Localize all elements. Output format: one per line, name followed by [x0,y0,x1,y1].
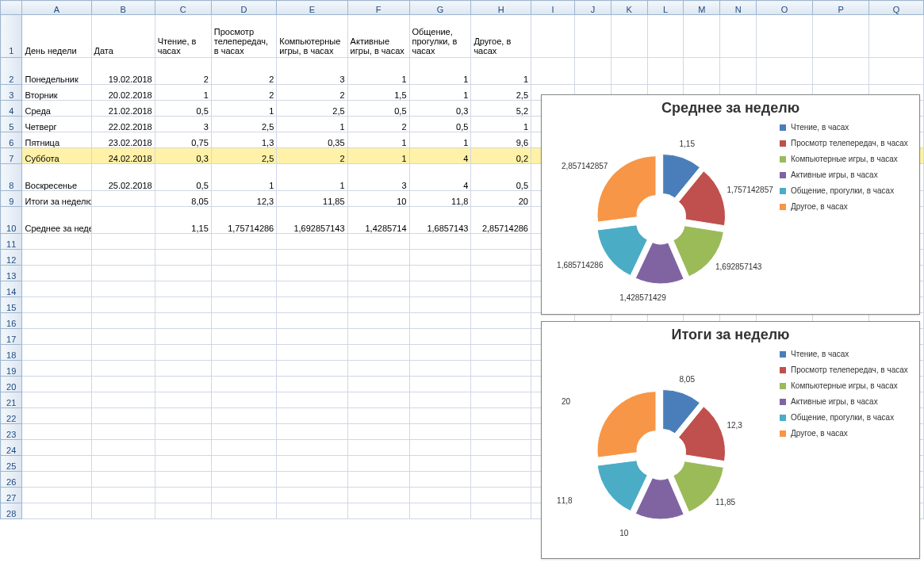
cell[interactable] [277,266,347,281]
cell[interactable] [347,329,409,345]
cell[interactable]: 1 [409,132,471,148]
cell[interactable]: Итоги за неделю [22,191,91,207]
cell[interactable] [91,377,155,392]
cell[interactable] [409,329,471,345]
cell[interactable] [91,503,155,519]
cell[interactable] [277,361,347,377]
cell[interactable]: 20 [471,191,531,207]
cell[interactable]: Вторник [22,85,91,101]
cell[interactable]: 19.02.2018 [91,58,155,85]
cell[interactable] [471,377,531,392]
cell[interactable] [409,424,471,440]
cell[interactable] [409,408,471,424]
cell[interactable] [347,266,409,281]
cell[interactable] [211,345,276,361]
cell[interactable]: 1 [471,117,531,132]
cell[interactable] [22,377,91,392]
cell[interactable] [471,313,531,329]
row-header[interactable]: 1 [1,15,22,58]
row-header[interactable]: 17 [1,329,22,345]
row-header[interactable]: 21 [1,392,22,408]
cell[interactable]: 1 [347,132,409,148]
cell[interactable] [91,207,155,234]
cell[interactable]: 1 [409,85,471,101]
cell[interactable] [155,266,211,281]
cell[interactable]: 2,85714286 [471,207,531,234]
row-header[interactable]: 4 [1,101,22,117]
cell[interactable] [471,297,531,313]
cell[interactable]: 25.02.2018 [91,164,155,191]
cell[interactable]: 2 [347,117,409,132]
cell[interactable] [347,313,409,329]
cell[interactable] [277,329,347,345]
cell[interactable] [471,440,531,456]
cell[interactable]: 1 [347,148,409,164]
cell[interactable] [277,503,347,519]
cell[interactable] [211,408,276,424]
cell[interactable]: Среда [22,101,91,117]
cell[interactable]: Активные игры, в часах [347,15,409,58]
row-header[interactable]: 18 [1,345,22,361]
cell[interactable] [409,503,471,519]
row-header[interactable]: 22 [1,408,22,424]
cell[interactable] [22,440,91,456]
cell[interactable] [471,250,531,266]
cell[interactable] [347,297,409,313]
cell[interactable]: 8,05 [155,191,211,207]
cell[interactable]: 0,3 [409,101,471,117]
cell[interactable] [409,297,471,313]
cell[interactable] [155,377,211,392]
cell[interactable] [155,408,211,424]
cell[interactable] [647,58,684,85]
cell[interactable]: 23.02.2018 [91,132,155,148]
cell[interactable]: 1,3 [211,132,276,148]
cell[interactable]: 1 [211,164,276,191]
cell[interactable]: 0,5 [155,101,211,117]
cell[interactable]: 2 [277,148,347,164]
cell[interactable]: 11,85 [277,191,347,207]
row-header[interactable]: 16 [1,313,22,329]
cell[interactable] [471,392,531,408]
cell[interactable]: Четверг [22,117,91,132]
cell[interactable] [611,58,647,85]
cell[interactable] [91,440,155,456]
column-header[interactable]: D [211,1,276,15]
cell[interactable]: 2,5 [211,117,276,132]
cell[interactable] [757,15,813,58]
chart-totals-per-week[interactable]: Итоги за неделю 8,0512,311,851011,820 Чт… [541,321,920,559]
cell[interactable] [211,281,276,297]
cell[interactable] [211,392,276,408]
column-header[interactable]: Q [869,1,924,15]
cell[interactable]: Другое, в часах [471,15,531,58]
cell[interactable] [471,281,531,297]
cell[interactable]: Чтение, в часах [155,15,211,58]
cell[interactable] [91,234,155,250]
cell[interactable] [471,424,531,440]
cell[interactable] [471,329,531,345]
cell[interactable] [211,266,276,281]
cell[interactable] [211,503,276,519]
cell[interactable]: 0,5 [409,117,471,132]
cell[interactable] [22,250,91,266]
cell[interactable] [211,250,276,266]
column-header[interactable]: H [471,1,531,15]
cell[interactable]: Пятница [22,132,91,148]
cell[interactable]: 3 [347,164,409,191]
cell[interactable] [22,329,91,345]
row-header[interactable]: 13 [1,266,22,281]
cell[interactable] [22,234,91,250]
cell[interactable]: 2,5 [211,148,276,164]
cell[interactable] [155,472,211,488]
cell[interactable] [720,15,757,58]
column-header[interactable]: E [277,1,347,15]
cell[interactable] [813,15,869,58]
cell[interactable]: Суббота [22,148,91,164]
cell[interactable]: Среднее за неделю [22,207,91,234]
cell[interactable] [91,392,155,408]
cell[interactable] [155,503,211,519]
cell[interactable] [347,408,409,424]
cell[interactable]: 1,4285714 [347,207,409,234]
row-header[interactable]: 28 [1,503,22,519]
cell[interactable] [91,488,155,503]
row-header[interactable]: 12 [1,250,22,266]
